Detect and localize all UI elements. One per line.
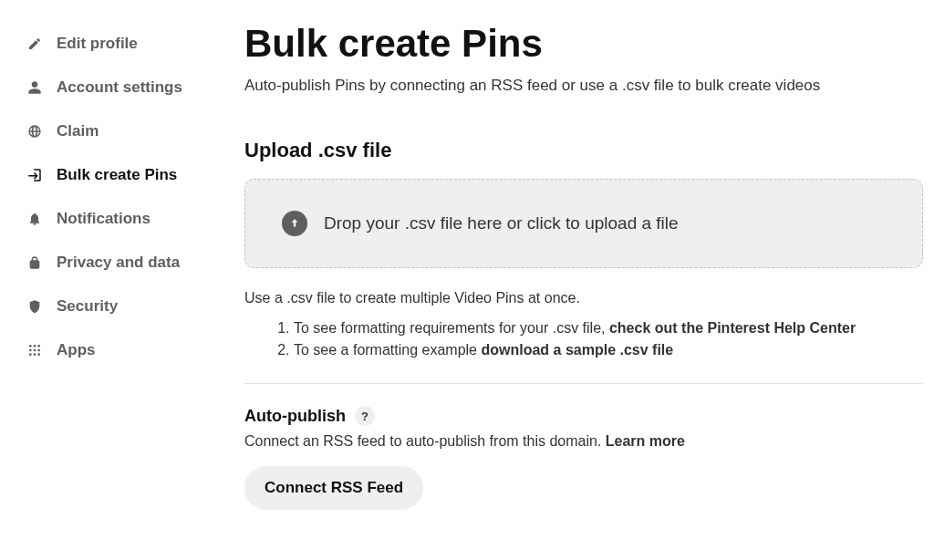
sidebar-item-notifications[interactable]: Notifications — [22, 197, 223, 241]
auto-publish-header: Auto-publish ? — [244, 406, 923, 426]
help-center-link[interactable]: check out the Pinterest Help Center — [609, 320, 856, 336]
sidebar-item-label: Privacy and data — [57, 254, 180, 272]
svg-point-2 — [37, 345, 40, 347]
sidebar-item-claim[interactable]: Claim — [22, 109, 223, 153]
sidebar-item-edit-profile[interactable]: Edit profile — [22, 22, 223, 66]
svg-point-5 — [37, 349, 40, 352]
import-icon — [26, 166, 44, 184]
svg-point-8 — [37, 353, 40, 356]
help-icon[interactable]: ? — [355, 406, 375, 426]
sidebar-item-security[interactable]: Security — [22, 285, 223, 328]
upload-icon — [282, 211, 307, 236]
sidebar-item-apps[interactable]: Apps — [22, 328, 223, 372]
sidebar-item-label: Edit profile — [57, 35, 138, 53]
globe-icon — [26, 122, 44, 140]
sidebar-item-label: Bulk create Pins — [57, 166, 177, 184]
bell-icon — [26, 210, 44, 228]
pencil-icon — [26, 35, 44, 53]
auto-publish-description: Connect an RSS feed to auto-publish from… — [244, 433, 923, 450]
svg-point-0 — [29, 345, 32, 347]
page-title: Bulk create Pins — [244, 22, 923, 66]
upload-heading: Upload .csv file — [244, 139, 923, 162]
person-icon — [26, 78, 44, 97]
download-sample-link[interactable]: download a sample .csv file — [481, 342, 673, 358]
main-content: Bulk create Pins Auto-publish Pins by co… — [223, 22, 923, 510]
step-2: To see a formatting example download a s… — [294, 339, 923, 361]
upload-help-text: Use a .csv file to create multiple Video… — [244, 290, 923, 306]
dropzone-text: Drop your .csv file here or click to upl… — [324, 213, 679, 233]
sidebar-item-label: Apps — [57, 341, 96, 359]
svg-point-6 — [29, 353, 32, 356]
sidebar-item-label: Account settings — [57, 78, 182, 97]
auto-publish-heading: Auto-publish — [244, 407, 346, 426]
sidebar-item-label: Claim — [57, 122, 99, 140]
section-divider — [244, 383, 923, 384]
page-subtitle: Auto-publish Pins by connecting an RSS f… — [244, 77, 923, 95]
sidebar-item-bulk-create-pins[interactable]: Bulk create Pins — [22, 153, 223, 197]
sidebar-item-privacy-data[interactable]: Privacy and data — [22, 241, 223, 285]
lock-icon — [26, 254, 44, 272]
upload-steps-list: To see formatting requirements for your … — [244, 317, 923, 361]
sidebar-item-label: Notifications — [57, 210, 150, 228]
auto-publish-desc-text: Connect an RSS feed to auto-publish from… — [244, 433, 606, 449]
settings-sidebar: Edit profile Account settings Claim Bulk… — [22, 22, 223, 510]
svg-point-7 — [34, 353, 36, 356]
sidebar-item-label: Security — [57, 297, 118, 316]
svg-point-1 — [34, 345, 36, 347]
connect-rss-button[interactable]: Connect RSS Feed — [244, 466, 423, 510]
learn-more-link[interactable]: Learn more — [606, 433, 685, 449]
csv-dropzone[interactable]: Drop your .csv file here or click to upl… — [244, 179, 923, 268]
shield-icon — [26, 297, 44, 316]
step-1: To see formatting requirements for your … — [294, 317, 923, 339]
svg-point-4 — [34, 349, 36, 352]
step-1-text: To see formatting requirements for your … — [294, 320, 609, 336]
svg-point-3 — [29, 349, 32, 352]
grid-icon — [26, 341, 44, 359]
step-2-text: To see a formatting example — [294, 342, 481, 358]
sidebar-item-account-settings[interactable]: Account settings — [22, 66, 223, 109]
